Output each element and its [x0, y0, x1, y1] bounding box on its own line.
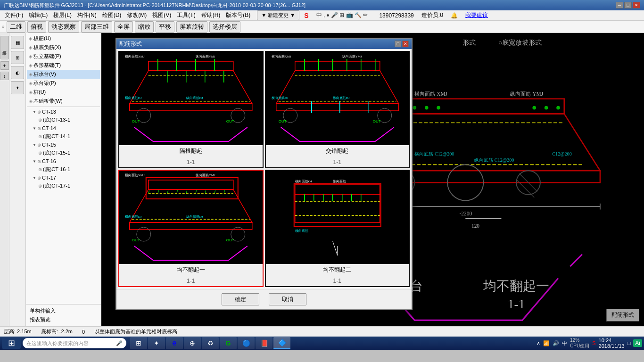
content-row: 模块导 + ↕ ▦ ⊞ ◐ ✦ ◈板筋(U) ◈板底负筋(X) ◈独立基础(P)…	[0, 33, 644, 326]
tree-node-ct16-parent[interactable]: ▼⊛CT-16 ⊛(底)CT-16-1	[27, 157, 100, 174]
dialog-cell-4[interactable]: 横向面筋OJ 纵向面筋 横向底筋 均不翻起二 1-1	[265, 170, 410, 287]
cell4-svg: 横向面筋OJ 纵向面筋 横向底筋	[266, 171, 409, 263]
tray-lang[interactable]: 中	[562, 340, 567, 347]
start-button[interactable]: ⊞	[2, 337, 21, 349]
taskbar-apps: ⊞ ✦ e ⊕ ♻ G 🔵 📕 🔷	[130, 337, 290, 349]
dialog-cell-3[interactable]: 横向面筋XMJ 纵向面筋YMJ 横向底筋DJ 纵向底筋DJ OUT OUT	[118, 170, 264, 287]
dialog-close-btn[interactable]: ✕	[402, 41, 409, 47]
tray-volume[interactable]: 🔊	[553, 340, 559, 346]
sidebar-icon3[interactable]: ◐	[11, 66, 24, 79]
svg-text:横向底筋: 横向底筋	[295, 229, 308, 233]
maximize-btn[interactable]: □	[624, 2, 632, 8]
tree-item-pile[interactable]: ◈桩(U)	[27, 88, 100, 97]
tree-item-found-slab[interactable]: ◈基础板带(W)	[27, 97, 100, 106]
bell-icon[interactable]: 🔔	[448, 11, 461, 20]
zoom-btn[interactable]: 缩放	[135, 21, 154, 33]
single-input-btn[interactable]: 单构件输入	[28, 306, 99, 315]
tree-item-pile-cap[interactable]: ◈桩承台(V)	[27, 70, 100, 79]
mic-icon[interactable]: 🎤	[116, 340, 123, 346]
nav-modules-btn[interactable]: 模块导	[0, 36, 9, 59]
cell2-svg: 横向面筋XMJ 纵向面筋YMJ 横向底筋DJ 纵向底筋DJ OUT OUT	[266, 52, 409, 144]
toolbar-icons: 中 , ♦ 🎤 ⊞ 📺 🔨 ✏	[314, 10, 371, 20]
dialog-cell-2[interactable]: 横向面筋XMJ 纵向面筋YMJ 横向底筋DJ 纵向底筋DJ OUT OUT	[265, 51, 410, 168]
status-value: 0	[82, 329, 85, 335]
svg-text:横向面筋XMJ: 横向面筋XMJ	[125, 55, 145, 58]
taskbar-app-5[interactable]: G	[220, 337, 237, 349]
ime-ai[interactable]: Ai	[633, 339, 642, 347]
new-change-btn[interactable]: ▼ 新建变更 ▼	[257, 10, 299, 20]
svg-text:纵向底筋DJ: 纵向底筋DJ	[186, 215, 203, 219]
tree-node-ct15-parent[interactable]: ▼⊛CT-15 ⊛(底)CT-15-1	[27, 141, 100, 157]
view-drop-btn[interactable]: 俯视	[27, 21, 46, 33]
ime-indicator[interactable]: S	[592, 340, 595, 346]
tree-item-board-neg[interactable]: ◈板底负筋(X)	[27, 43, 100, 52]
select-floor-btn[interactable]: 选择楼层	[209, 21, 240, 33]
rotate-btn[interactable]: 屏幕旋转	[176, 21, 207, 33]
svg-text:横向面筋XMJ: 横向面筋XMJ	[125, 173, 145, 177]
tree-node-ct14-parent[interactable]: ▼⊛CT-14 ⊛(底)CT-14-1	[27, 124, 100, 141]
svg-text:纵向面筋YMJ: 纵向面筋YMJ	[342, 55, 362, 58]
tree-node-ct13-parent[interactable]: ▼⊛CT-13 ⊛(底)CT-13-1	[27, 108, 100, 124]
menu-item-floor[interactable]: 楼层(L)	[50, 10, 74, 20]
dialog-cell-1[interactable]: 横向面筋XMJ 纵向面筋YMJ 横向底筋DJ 纵向底筋DJ OUT	[118, 51, 264, 168]
menu-item-help[interactable]: 帮助(H)	[198, 10, 223, 20]
left-sidebar: ▦ ⊞ ◐ ✦	[9, 33, 26, 326]
menu-item-draw[interactable]: 绘图(D)	[99, 10, 124, 20]
tree-item-cap-beam[interactable]: ◈承台梁(P)	[27, 79, 100, 88]
menu-item-modify[interactable]: 修改(M)	[124, 10, 149, 20]
taskbar-app-4[interactable]: ♻	[202, 337, 219, 349]
taskbar-app-3[interactable]: ⊕	[184, 337, 201, 349]
sidebar-icon2[interactable]: ⊞	[11, 51, 24, 64]
menu-item-component[interactable]: 构件(N)	[74, 10, 99, 20]
menu-item-file[interactable]: 文件(F)	[2, 10, 26, 20]
taskbar: ⊞ 在这里输入你要搜索的内容 🎤 ⊞ ✦ e ⊕ ♻ G 🔵 📕 🔷 ∧ 📶 🔊…	[0, 337, 644, 350]
tray-network[interactable]: 📶	[543, 340, 550, 346]
taskbar-app-6[interactable]: 🔵	[238, 337, 255, 349]
menu-item-view[interactable]: 视图(V)	[149, 10, 174, 20]
dialog-ok-btn[interactable]: 确定	[222, 293, 259, 305]
dialog-maximize-btn[interactable]: □	[395, 41, 401, 47]
notification-btn[interactable]: □	[627, 340, 631, 346]
minimize-btn[interactable]: ─	[616, 2, 623, 8]
cell4-label-top: 均不翻起二	[266, 264, 409, 276]
local-3d-btn[interactable]: 局部三维	[81, 21, 112, 33]
taskbar-app-ggj[interactable]: 🔷	[273, 337, 290, 349]
taskbar-app-2[interactable]: ✦	[148, 337, 165, 349]
nav-icon2[interactable]: ↕	[0, 72, 9, 80]
dialog-title: 配筋形式	[119, 40, 142, 48]
svg-text:OUT: OUT	[132, 238, 140, 242]
suggest-link[interactable]: 我要建议	[462, 10, 491, 20]
dialog-win-controls: □ ✕	[395, 41, 409, 47]
view-2d-btn[interactable]: 二维	[7, 21, 25, 33]
tree-item-ind-found[interactable]: ◈独立基础(P)	[27, 52, 100, 61]
report-preview-btn[interactable]: 报表预览	[28, 315, 99, 324]
cad-area: 形式 ○底宽放坡形式	[101, 33, 644, 326]
sidebar-icon1[interactable]: ▦	[11, 36, 24, 49]
svg-text:横向底筋DJ: 横向底筋DJ	[125, 215, 142, 219]
window-controls: ─ □ ✕	[616, 2, 640, 8]
taskbar-app-taskview[interactable]: ⊞	[130, 337, 147, 349]
cpu-info: 12% CPU使用	[570, 337, 589, 349]
cpu-percent: 12%	[570, 337, 589, 343]
nav-icon1[interactable]: +	[0, 61, 9, 70]
taskbar-app-7[interactable]: 📕	[256, 337, 272, 349]
menu-item-edit[interactable]: 编辑(E)	[26, 10, 50, 20]
pan-btn[interactable]: 平移	[156, 21, 174, 33]
dynamic-obs-btn[interactable]: 动态观察	[48, 21, 79, 33]
dialog-cancel-btn[interactable]: 取消	[269, 293, 306, 305]
fullscreen-btn[interactable]: 全屏	[114, 21, 133, 33]
search-bar[interactable]: 在这里输入你要搜索的内容 🎤	[23, 338, 126, 348]
close-btn[interactable]: ✕	[633, 2, 640, 8]
tree-item-board-rebar[interactable]: ◈板筋(U)	[27, 34, 100, 43]
cell3-label-bottom: 1-1	[119, 276, 263, 286]
base-height: 底标高: -2.2m	[41, 328, 73, 335]
tree-node-ct17-parent[interactable]: ▼⊛CT-17 ⊛(底)CT-17-1	[27, 174, 100, 190]
svg-text:纵向面筋: 纵向面筋	[332, 180, 346, 183]
tray-arrow[interactable]: ∧	[537, 340, 540, 346]
tree-item-strip-found[interactable]: ◈条形基础(T)	[27, 61, 100, 70]
taskbar-app-edge[interactable]: e	[166, 337, 183, 349]
menu-item-tools[interactable]: 工具(T)	[174, 10, 198, 20]
sidebar-icon4[interactable]: ✦	[11, 81, 24, 94]
cell4-label-bottom: 1-1	[266, 276, 409, 286]
menu-item-version[interactable]: 版本号(B)	[223, 10, 253, 20]
